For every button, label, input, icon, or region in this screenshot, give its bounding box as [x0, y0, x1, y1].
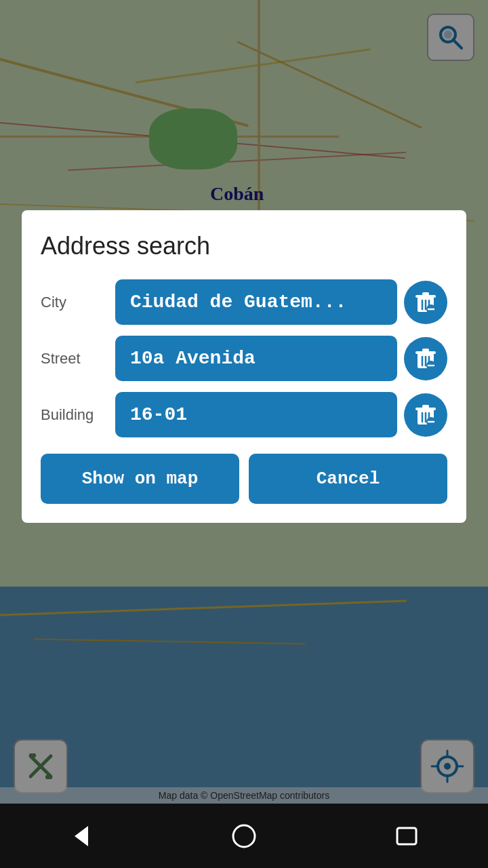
show-on-map-button[interactable]: Show on map — [41, 454, 239, 504]
navigation-bar — [0, 804, 488, 868]
city-row: City Ciudad de Guatem... — [41, 279, 447, 325]
street-label: Street — [41, 350, 115, 368]
cancel-button[interactable]: Cancel — [249, 454, 447, 504]
svg-point-14 — [233, 825, 255, 847]
home-icon — [230, 823, 258, 850]
back-icon — [68, 823, 95, 850]
svg-rect-26 — [422, 349, 429, 352]
building-input[interactable]: 16-01 — [115, 392, 397, 437]
building-row: Building 16-01 — [41, 392, 447, 437]
city-clear-button[interactable] — [404, 281, 447, 324]
trash-icon — [413, 347, 438, 371]
recents-icon — [393, 823, 420, 850]
dialog-title: Address search — [41, 232, 447, 260]
trash-icon — [413, 403, 438, 427]
street-input[interactable]: 10a Avenida — [115, 336, 397, 381]
street-row: Street 10a Avenida — [41, 336, 447, 381]
svg-rect-18 — [422, 292, 429, 296]
svg-rect-15 — [397, 828, 416, 844]
building-clear-button[interactable] — [404, 393, 447, 437]
back-button[interactable] — [61, 816, 102, 856]
home-button[interactable] — [224, 816, 264, 856]
recents-button[interactable] — [386, 816, 427, 856]
street-clear-button[interactable] — [404, 337, 447, 380]
address-search-dialog: Address search City Ciudad de Guatem... … — [22, 210, 466, 523]
building-label: Building — [41, 406, 115, 424]
trash-icon — [413, 290, 438, 315]
city-label: City — [41, 294, 115, 311]
svg-marker-13 — [75, 826, 88, 846]
svg-rect-34 — [422, 405, 429, 408]
city-input[interactable]: Ciudad de Guatem... — [115, 279, 397, 325]
action-buttons: Show on map Cancel — [41, 454, 447, 504]
